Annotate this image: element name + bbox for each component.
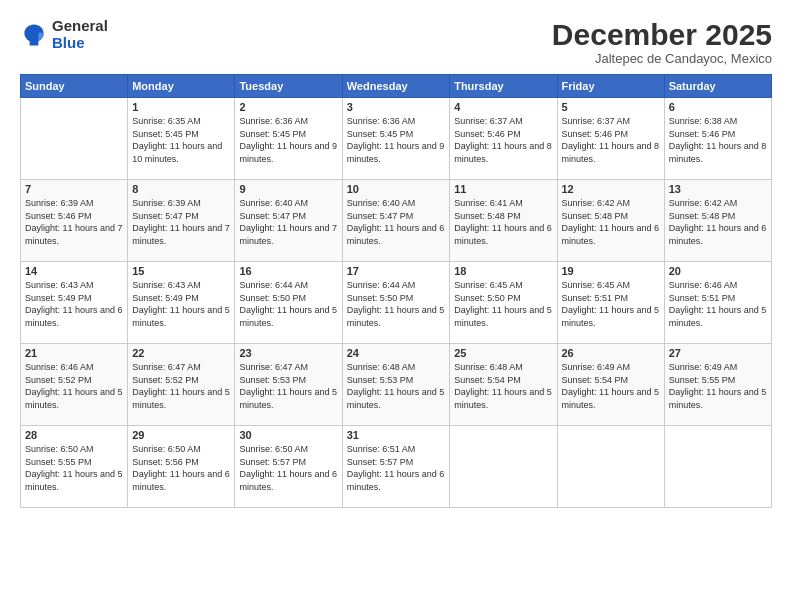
day-info: Sunrise: 6:36 AM Sunset: 5:45 PM Dayligh… [239, 115, 337, 165]
calendar-header-friday: Friday [557, 75, 664, 98]
day-number: 26 [562, 347, 660, 359]
day-number: 7 [25, 183, 123, 195]
calendar-header-thursday: Thursday [450, 75, 557, 98]
calendar-cell [450, 426, 557, 508]
day-number: 4 [454, 101, 552, 113]
calendar-cell: 21Sunrise: 6:46 AM Sunset: 5:52 PM Dayli… [21, 344, 128, 426]
day-info: Sunrise: 6:37 AM Sunset: 5:46 PM Dayligh… [562, 115, 660, 165]
calendar-cell: 7Sunrise: 6:39 AM Sunset: 5:46 PM Daylig… [21, 180, 128, 262]
logo-text: General Blue [52, 18, 108, 51]
day-info: Sunrise: 6:46 AM Sunset: 5:52 PM Dayligh… [25, 361, 123, 411]
day-number: 31 [347, 429, 445, 441]
day-info: Sunrise: 6:49 AM Sunset: 5:54 PM Dayligh… [562, 361, 660, 411]
day-info: Sunrise: 6:39 AM Sunset: 5:46 PM Dayligh… [25, 197, 123, 247]
calendar-cell: 29Sunrise: 6:50 AM Sunset: 5:56 PM Dayli… [128, 426, 235, 508]
day-info: Sunrise: 6:39 AM Sunset: 5:47 PM Dayligh… [132, 197, 230, 247]
calendar-cell: 14Sunrise: 6:43 AM Sunset: 5:49 PM Dayli… [21, 262, 128, 344]
calendar-cell: 1Sunrise: 6:35 AM Sunset: 5:45 PM Daylig… [128, 98, 235, 180]
day-info: Sunrise: 6:51 AM Sunset: 5:57 PM Dayligh… [347, 443, 445, 493]
day-info: Sunrise: 6:47 AM Sunset: 5:52 PM Dayligh… [132, 361, 230, 411]
day-info: Sunrise: 6:50 AM Sunset: 5:57 PM Dayligh… [239, 443, 337, 493]
day-number: 1 [132, 101, 230, 113]
calendar-week-2: 7Sunrise: 6:39 AM Sunset: 5:46 PM Daylig… [21, 180, 772, 262]
day-info: Sunrise: 6:42 AM Sunset: 5:48 PM Dayligh… [669, 197, 767, 247]
day-number: 9 [239, 183, 337, 195]
calendar-cell: 8Sunrise: 6:39 AM Sunset: 5:47 PM Daylig… [128, 180, 235, 262]
calendar-cell: 19Sunrise: 6:45 AM Sunset: 5:51 PM Dayli… [557, 262, 664, 344]
day-number: 16 [239, 265, 337, 277]
day-number: 10 [347, 183, 445, 195]
calendar-cell [664, 426, 771, 508]
calendar-header-sunday: Sunday [21, 75, 128, 98]
day-number: 19 [562, 265, 660, 277]
day-info: Sunrise: 6:49 AM Sunset: 5:55 PM Dayligh… [669, 361, 767, 411]
day-info: Sunrise: 6:40 AM Sunset: 5:47 PM Dayligh… [239, 197, 337, 247]
calendar-week-4: 21Sunrise: 6:46 AM Sunset: 5:52 PM Dayli… [21, 344, 772, 426]
calendar-cell: 11Sunrise: 6:41 AM Sunset: 5:48 PM Dayli… [450, 180, 557, 262]
day-info: Sunrise: 6:43 AM Sunset: 5:49 PM Dayligh… [25, 279, 123, 329]
day-number: 23 [239, 347, 337, 359]
day-number: 24 [347, 347, 445, 359]
day-number: 21 [25, 347, 123, 359]
calendar-cell: 12Sunrise: 6:42 AM Sunset: 5:48 PM Dayli… [557, 180, 664, 262]
calendar-header-saturday: Saturday [664, 75, 771, 98]
day-info: Sunrise: 6:43 AM Sunset: 5:49 PM Dayligh… [132, 279, 230, 329]
calendar-cell: 26Sunrise: 6:49 AM Sunset: 5:54 PM Dayli… [557, 344, 664, 426]
day-info: Sunrise: 6:40 AM Sunset: 5:47 PM Dayligh… [347, 197, 445, 247]
logo-general: General [52, 18, 108, 35]
day-info: Sunrise: 6:38 AM Sunset: 5:46 PM Dayligh… [669, 115, 767, 165]
day-number: 22 [132, 347, 230, 359]
day-info: Sunrise: 6:45 AM Sunset: 5:50 PM Dayligh… [454, 279, 552, 329]
day-number: 11 [454, 183, 552, 195]
day-info: Sunrise: 6:36 AM Sunset: 5:45 PM Dayligh… [347, 115, 445, 165]
day-info: Sunrise: 6:35 AM Sunset: 5:45 PM Dayligh… [132, 115, 230, 165]
calendar-cell: 22Sunrise: 6:47 AM Sunset: 5:52 PM Dayli… [128, 344, 235, 426]
day-number: 18 [454, 265, 552, 277]
calendar-header-row: SundayMondayTuesdayWednesdayThursdayFrid… [21, 75, 772, 98]
calendar-header-wednesday: Wednesday [342, 75, 449, 98]
day-info: Sunrise: 6:48 AM Sunset: 5:54 PM Dayligh… [454, 361, 552, 411]
day-number: 6 [669, 101, 767, 113]
calendar-cell: 23Sunrise: 6:47 AM Sunset: 5:53 PM Dayli… [235, 344, 342, 426]
day-number: 3 [347, 101, 445, 113]
calendar-cell: 9Sunrise: 6:40 AM Sunset: 5:47 PM Daylig… [235, 180, 342, 262]
main-title: December 2025 [552, 18, 772, 51]
page: General Blue December 2025 Jaltepec de C… [0, 0, 792, 612]
calendar-table: SundayMondayTuesdayWednesdayThursdayFrid… [20, 74, 772, 508]
day-number: 8 [132, 183, 230, 195]
header: General Blue December 2025 Jaltepec de C… [20, 18, 772, 66]
calendar-cell: 2Sunrise: 6:36 AM Sunset: 5:45 PM Daylig… [235, 98, 342, 180]
day-number: 13 [669, 183, 767, 195]
subtitle: Jaltepec de Candayoc, Mexico [552, 51, 772, 66]
day-info: Sunrise: 6:44 AM Sunset: 5:50 PM Dayligh… [239, 279, 337, 329]
day-number: 2 [239, 101, 337, 113]
day-info: Sunrise: 6:48 AM Sunset: 5:53 PM Dayligh… [347, 361, 445, 411]
day-info: Sunrise: 6:37 AM Sunset: 5:46 PM Dayligh… [454, 115, 552, 165]
day-info: Sunrise: 6:50 AM Sunset: 5:55 PM Dayligh… [25, 443, 123, 493]
day-number: 28 [25, 429, 123, 441]
calendar-week-1: 1Sunrise: 6:35 AM Sunset: 5:45 PM Daylig… [21, 98, 772, 180]
calendar-cell: 28Sunrise: 6:50 AM Sunset: 5:55 PM Dayli… [21, 426, 128, 508]
day-info: Sunrise: 6:47 AM Sunset: 5:53 PM Dayligh… [239, 361, 337, 411]
calendar-cell: 24Sunrise: 6:48 AM Sunset: 5:53 PM Dayli… [342, 344, 449, 426]
day-number: 5 [562, 101, 660, 113]
day-number: 14 [25, 265, 123, 277]
calendar-cell [21, 98, 128, 180]
calendar-week-5: 28Sunrise: 6:50 AM Sunset: 5:55 PM Dayli… [21, 426, 772, 508]
day-number: 17 [347, 265, 445, 277]
calendar-week-3: 14Sunrise: 6:43 AM Sunset: 5:49 PM Dayli… [21, 262, 772, 344]
calendar-cell: 27Sunrise: 6:49 AM Sunset: 5:55 PM Dayli… [664, 344, 771, 426]
calendar-cell: 31Sunrise: 6:51 AM Sunset: 5:57 PM Dayli… [342, 426, 449, 508]
calendar-cell: 15Sunrise: 6:43 AM Sunset: 5:49 PM Dayli… [128, 262, 235, 344]
title-block: December 2025 Jaltepec de Candayoc, Mexi… [552, 18, 772, 66]
calendar-header-tuesday: Tuesday [235, 75, 342, 98]
calendar-header-monday: Monday [128, 75, 235, 98]
day-number: 30 [239, 429, 337, 441]
calendar-cell: 25Sunrise: 6:48 AM Sunset: 5:54 PM Dayli… [450, 344, 557, 426]
logo: General Blue [20, 18, 108, 51]
logo-icon [20, 21, 48, 49]
day-number: 27 [669, 347, 767, 359]
calendar-cell: 3Sunrise: 6:36 AM Sunset: 5:45 PM Daylig… [342, 98, 449, 180]
calendar-cell: 17Sunrise: 6:44 AM Sunset: 5:50 PM Dayli… [342, 262, 449, 344]
day-number: 15 [132, 265, 230, 277]
